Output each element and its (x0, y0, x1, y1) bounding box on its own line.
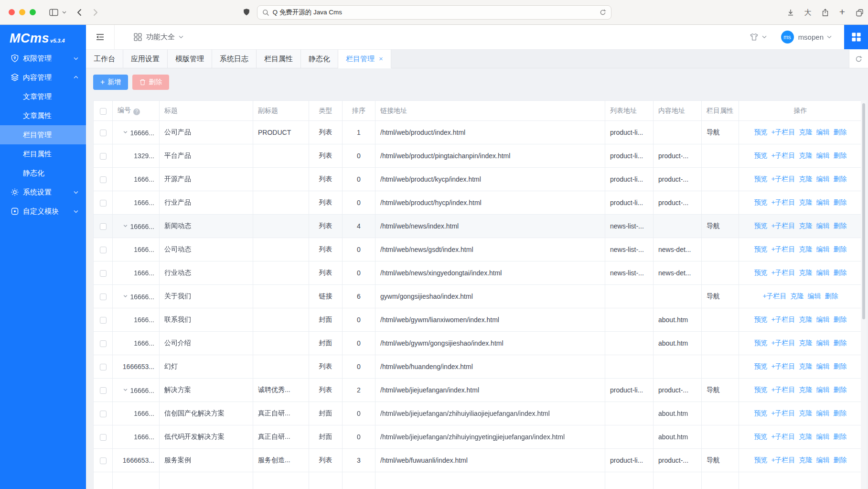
action-clone[interactable]: 克隆 (799, 269, 813, 276)
action-edit[interactable]: 编辑 (816, 128, 830, 136)
downloads-icon[interactable] (782, 9, 799, 16)
row-checkbox[interactable] (100, 130, 107, 136)
action-clone[interactable]: 克隆 (799, 339, 813, 347)
address-search-field[interactable]: Q 免费开源的 Java Cms (257, 5, 611, 20)
action-edit[interactable]: 编辑 (816, 269, 830, 276)
action-clone[interactable]: 克隆 (799, 152, 813, 159)
sidebar-item-system[interactable]: 系统设置 (0, 183, 86, 202)
zoom-window-button[interactable] (30, 9, 36, 15)
action-add-subcolumn[interactable]: +子栏目 (771, 198, 795, 206)
row-checkbox[interactable] (100, 270, 107, 277)
action-preview[interactable]: 预览 (754, 152, 767, 159)
chevron-down-icon[interactable] (762, 35, 767, 39)
action-clone[interactable]: 克隆 (799, 409, 813, 417)
action-preview[interactable]: 预览 (754, 433, 767, 440)
action-preview[interactable]: 预览 (754, 339, 767, 347)
action-clone[interactable]: 克隆 (799, 362, 813, 370)
row-checkbox[interactable] (100, 176, 107, 183)
action-delete[interactable]: 删除 (834, 198, 847, 206)
action-delete[interactable]: 删除 (834, 433, 847, 440)
row-checkbox[interactable] (100, 457, 107, 464)
action-preview[interactable]: 预览 (754, 362, 767, 370)
action-preview[interactable]: 预览 (754, 269, 767, 276)
action-clone[interactable]: 克隆 (799, 386, 813, 393)
row-checkbox[interactable] (100, 387, 107, 394)
action-add-subcolumn[interactable]: +子栏目 (771, 315, 795, 323)
row-checkbox[interactable] (100, 411, 107, 417)
user-avatar[interactable]: ms (781, 31, 794, 43)
chevron-down-icon[interactable] (827, 35, 832, 39)
action-add-subcolumn[interactable]: +子栏目 (771, 245, 795, 253)
forward-button[interactable] (93, 9, 98, 16)
theme-skin-icon[interactable] (750, 33, 759, 41)
tab-app-settings[interactable]: 应用设置 (123, 50, 168, 68)
tab-static[interactable]: 静态化 (301, 50, 338, 68)
action-add-subcolumn[interactable]: +子栏目 (771, 269, 795, 276)
tab-overview-icon[interactable] (851, 9, 868, 17)
action-edit[interactable]: 编辑 (816, 433, 830, 440)
action-edit[interactable]: 编辑 (816, 339, 830, 347)
row-checkbox[interactable] (100, 317, 107, 324)
sidebar-toggle-icon[interactable] (49, 9, 58, 16)
sidebar-item-content[interactable]: 内容管理 (0, 68, 86, 87)
select-all-checkbox[interactable] (100, 108, 107, 115)
row-checkbox[interactable] (100, 364, 107, 370)
delete-button[interactable]: 删除 (132, 75, 169, 90)
action-add-subcolumn[interactable]: +子栏目 (771, 175, 795, 183)
action-clone[interactable]: 克隆 (799, 222, 813, 229)
sidebar-subitem-article-manage[interactable]: 文章管理 (0, 87, 86, 106)
close-window-button[interactable] (9, 9, 15, 15)
function-menu-button[interactable]: 功能大全 (134, 33, 183, 42)
share-icon[interactable] (816, 9, 834, 17)
action-edit[interactable]: 编辑 (816, 222, 830, 229)
username[interactable]: msopen (798, 33, 824, 41)
action-clone[interactable]: 克隆 (791, 292, 804, 300)
action-add-subcolumn[interactable]: +子栏目 (762, 292, 786, 300)
action-preview[interactable]: 预览 (754, 315, 767, 323)
scrollbar-thumb[interactable] (862, 103, 865, 319)
action-edit[interactable]: 编辑 (816, 245, 830, 253)
refresh-tab-button[interactable] (849, 50, 868, 68)
row-checkbox[interactable] (100, 247, 107, 253)
reload-icon[interactable] (600, 9, 606, 16)
action-delete[interactable]: 删除 (825, 292, 838, 300)
action-preview[interactable]: 预览 (754, 409, 767, 417)
action-delete[interactable]: 删除 (834, 362, 847, 370)
action-delete[interactable]: 删除 (834, 152, 847, 159)
apps-grid-button[interactable] (844, 25, 868, 49)
action-edit[interactable]: 编辑 (816, 386, 830, 393)
tab-system-log[interactable]: 系统日志 (212, 50, 257, 68)
action-add-subcolumn[interactable]: +子栏目 (771, 339, 795, 347)
row-checkbox[interactable] (100, 434, 107, 441)
action-edit[interactable]: 编辑 (816, 456, 830, 464)
add-button[interactable]: + 新增 (93, 75, 128, 90)
action-add-subcolumn[interactable]: +子栏目 (771, 362, 795, 370)
action-edit[interactable]: 编辑 (816, 362, 830, 370)
row-checkbox[interactable] (100, 293, 107, 300)
action-clone[interactable]: 克隆 (799, 315, 813, 323)
action-preview[interactable]: 预览 (754, 386, 767, 393)
action-edit[interactable]: 编辑 (816, 315, 830, 323)
action-delete[interactable]: 删除 (834, 409, 847, 417)
tab-column-manage[interactable]: 栏目管理× (338, 50, 391, 68)
tab-column-attrs[interactable]: 栏目属性 (257, 50, 301, 68)
tab-workbench[interactable]: 工作台 (86, 50, 123, 68)
action-clone[interactable]: 克隆 (799, 175, 813, 183)
action-clone[interactable]: 克隆 (799, 128, 813, 136)
sidebar-item-permissions[interactable]: 权限管理 (0, 49, 86, 68)
text-size-icon[interactable]: 大 (799, 8, 816, 17)
action-delete[interactable]: 删除 (834, 315, 847, 323)
privacy-shield-icon[interactable] (243, 8, 250, 16)
action-add-subcolumn[interactable]: +子栏目 (771, 456, 795, 464)
sidebar-subitem-column-manage[interactable]: 栏目管理 (0, 125, 86, 144)
action-add-subcolumn[interactable]: +子栏目 (771, 409, 795, 417)
action-preview[interactable]: 预览 (754, 175, 767, 183)
action-preview[interactable]: 预览 (754, 128, 767, 136)
action-edit[interactable]: 编辑 (816, 198, 830, 206)
row-checkbox[interactable] (100, 200, 107, 206)
action-edit[interactable]: 编辑 (816, 152, 830, 159)
row-checkbox[interactable] (100, 223, 107, 230)
row-checkbox[interactable] (100, 153, 107, 160)
action-preview[interactable]: 预览 (754, 456, 767, 464)
menu-fold-icon[interactable] (96, 33, 105, 41)
